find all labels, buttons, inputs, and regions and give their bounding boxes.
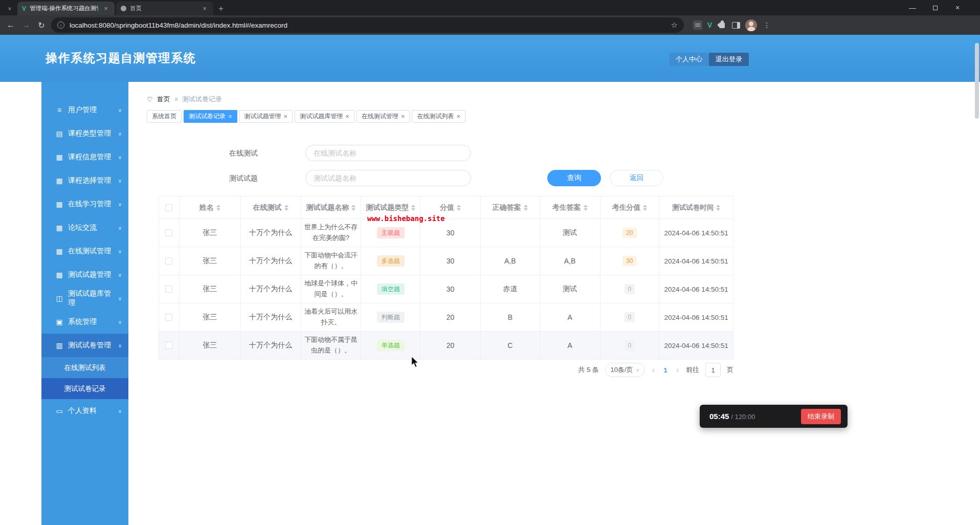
sidebar-item-question-bank[interactable]: ◫ 测试试题库管理 ∨	[41, 287, 128, 310]
tab-search-icon[interactable]: ∨	[4, 3, 15, 14]
row-checkbox[interactable]	[165, 257, 172, 265]
chevron-down-icon: ∨	[118, 131, 122, 137]
sidebar-item-course-type[interactable]: ▤ 课程类型管理 ∨	[41, 122, 128, 145]
logout-button[interactable]: 退出登录	[709, 53, 749, 66]
sort-icon[interactable]	[643, 205, 647, 211]
breadcrumb-current: 测试试卷记录	[182, 95, 222, 104]
sidebar-subitem-exam-record[interactable]: 测试试卷记录	[41, 378, 128, 399]
reload-icon[interactable]: ↻	[34, 17, 49, 33]
sort-icon[interactable]	[457, 205, 461, 211]
row-checkbox[interactable]	[165, 286, 172, 293]
sidebar-item-exam-paper-management[interactable]: ▥ 测试试卷管理 ∧	[41, 334, 128, 357]
url-text[interactable]: localhost:8080/springboot11b43fm8/admin/…	[70, 21, 666, 29]
goto-page-input[interactable]	[705, 363, 721, 377]
close-icon[interactable]: ×	[201, 5, 209, 13]
extension-icon[interactable]	[693, 20, 702, 30]
sidebar-item-question-management[interactable]: ▦ 测试试题管理 ∨	[41, 263, 128, 287]
bookmark-star-icon[interactable]: ☆	[671, 20, 678, 30]
tab-title: 首页	[130, 5, 197, 12]
minimize-icon[interactable]: —	[901, 0, 924, 15]
page-title: 操作系统习题自测管理系统	[46, 50, 196, 66]
table-row[interactable]: 张三 十万个为什么 世界上为什么不存在完美的圆? 主观题 30 测试 20 20…	[159, 219, 733, 247]
sort-icon[interactable]	[716, 205, 720, 211]
sort-icon[interactable]	[584, 205, 588, 211]
sidebar-item-profile[interactable]: ▭ 个人资料 ∨	[41, 399, 128, 423]
prev-page-icon[interactable]: ‹	[651, 366, 656, 374]
row-checkbox[interactable]	[165, 229, 172, 236]
close-icon[interactable]: ×	[456, 113, 460, 120]
scrollbar-thumb[interactable]	[975, 43, 979, 119]
close-icon[interactable]: ×	[284, 113, 288, 120]
tab-question-bank[interactable]: 测试试题库管理 ×	[295, 110, 354, 123]
question-input[interactable]	[305, 170, 471, 186]
sort-icon[interactable]	[524, 205, 528, 211]
vue-extension-icon[interactable]: V	[707, 21, 712, 29]
maximize-icon[interactable]	[924, 0, 946, 15]
row-checkbox[interactable]	[165, 342, 172, 349]
table-row[interactable]: 张三 十万个为什么 下面动物不属于昆虫的是（）。 单选题 20 C A 0 20…	[159, 332, 733, 360]
tab-online-test-list[interactable]: 在线测试列表 ×	[412, 110, 465, 123]
cell-score: 20	[420, 332, 481, 359]
sidebar-item-forum[interactable]: ▦ 论坛交流 ∨	[41, 216, 128, 239]
close-icon[interactable]: ×	[401, 113, 405, 120]
browser-menu-icon[interactable]: ⋮	[763, 21, 770, 29]
page-size-select[interactable]: 10条/页 ∨	[605, 363, 645, 377]
sidebar-item-system-management[interactable]: ▣ 系统管理 ∨	[41, 310, 128, 334]
side-panel-icon[interactable]	[732, 22, 740, 29]
sidebar-item-user-management[interactable]: ≡ 用户管理 ∨	[41, 98, 128, 122]
browser-tab-admin[interactable]: V 管理端-操作系统习题自测管理 ×	[17, 2, 115, 15]
pagination: 共 5 条 10条/页 ∨ ‹ 1 › 前往 页	[159, 363, 733, 377]
sidebar-item-course-info[interactable]: ▦ 课程信息管理 ∨	[41, 145, 128, 169]
forward-icon[interactable]: →	[18, 17, 34, 33]
tab-question-management[interactable]: 测试试题管理 ×	[239, 110, 293, 123]
row-checkbox[interactable]	[165, 314, 172, 321]
screen-recorder-widget: 05:45/ 120:00 结束录制	[700, 405, 848, 428]
column-header-answer[interactable]: 考生答案	[540, 196, 600, 218]
column-header-test[interactable]: 在线测试	[241, 196, 301, 218]
search-button[interactable]: 查询	[547, 170, 601, 186]
sort-icon[interactable]	[411, 205, 415, 211]
table-row[interactable]: 张三 十万个为什么 地球是个球体，中间是（）。 填空题 30 赤道 测试 0 2…	[159, 275, 733, 303]
sidebar-item-label: 测试试题库管理	[68, 289, 114, 308]
table-row[interactable]: 张三 十万个为什么 下面动物中会流汗的有（）。 多选题 30 A,B A,B 3…	[159, 247, 733, 275]
stop-recording-button[interactable]: 结束录制	[801, 409, 841, 424]
page-size-value: 10条/页	[610, 365, 633, 375]
online-test-label: 在线测试	[229, 145, 306, 161]
tab-system-home[interactable]: 系统首页	[147, 110, 182, 123]
cell-type: 单选题	[361, 332, 420, 359]
back-icon[interactable]: ←	[3, 17, 18, 33]
column-header-student-score[interactable]: 考生分值	[600, 196, 660, 218]
online-test-input[interactable]	[305, 145, 471, 161]
close-icon[interactable]: ×	[345, 113, 349, 120]
extensions-puzzle-icon[interactable]	[719, 23, 725, 28]
browser-tab-home[interactable]: 首页 ×	[116, 2, 213, 15]
close-icon[interactable]: ×	[228, 113, 232, 120]
column-header-question[interactable]: 测试试题名称	[301, 196, 362, 218]
sidebar-item-online-test[interactable]: ▦ 在线测试管理 ∨	[41, 239, 128, 263]
tab-online-test-management[interactable]: 在线测试管理 ×	[357, 110, 410, 123]
question-icon: ▦	[55, 271, 63, 279]
column-header-name[interactable]: 姓名	[180, 196, 241, 218]
personal-center-button[interactable]: 个人中心	[669, 53, 709, 66]
close-icon[interactable]: ×	[102, 5, 110, 13]
sort-icon[interactable]	[284, 205, 288, 211]
site-info-icon[interactable]: i	[57, 21, 64, 29]
sidebar-item-online-learning[interactable]: ▦ 在线学习管理 ∨	[41, 192, 128, 216]
back-button[interactable]: 返回	[610, 170, 663, 186]
select-all-checkbox[interactable]	[165, 204, 172, 211]
new-tab-icon[interactable]: +	[218, 4, 224, 13]
profile-avatar[interactable]	[745, 19, 757, 31]
tab-exam-record[interactable]: 测试试卷记录 ×	[184, 110, 237, 123]
sort-icon[interactable]	[216, 205, 220, 211]
sidebar-subitem-online-test-list[interactable]: 在线测试列表	[41, 357, 128, 378]
close-icon[interactable]: ×	[946, 0, 969, 15]
current-page[interactable]: 1	[662, 366, 669, 374]
column-header-time[interactable]: 测试试卷时间	[659, 196, 733, 218]
sidebar-item-course-select[interactable]: ▦ 课程选择管理 ∨	[41, 169, 128, 192]
breadcrumb-home[interactable]: 首页	[157, 95, 170, 104]
table-row[interactable]: 张三 十万个为什么 油着火后可以用水扑灭。 判断题 20 B A 0 2024-…	[159, 303, 733, 332]
column-header-correct[interactable]: 正确答案	[481, 196, 540, 218]
next-page-icon[interactable]: ›	[675, 366, 680, 374]
sort-icon[interactable]	[351, 205, 355, 211]
address-bar[interactable]: i localhost:8080/springboot11b43fm8/admi…	[51, 17, 684, 33]
